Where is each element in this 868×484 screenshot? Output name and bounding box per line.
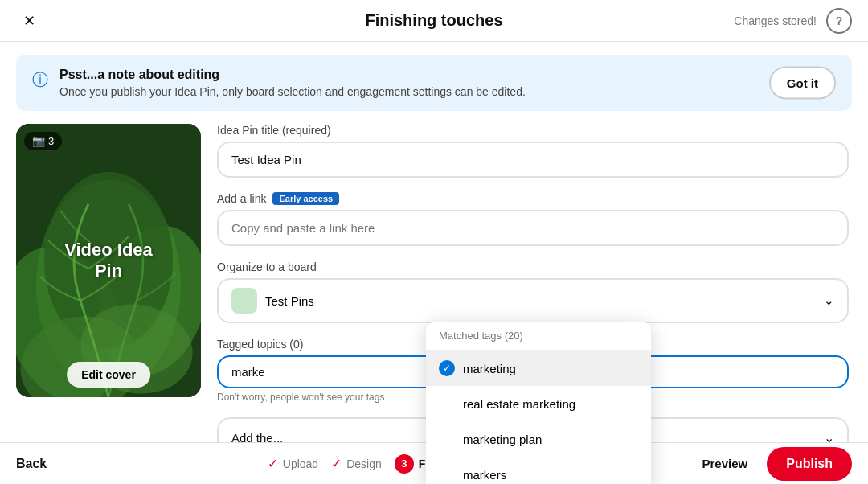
dropdown-item-label-1: real estate marketing	[463, 397, 575, 411]
board-label: Organize to a board	[217, 260, 849, 273]
step-upload: ✓ Upload	[268, 456, 318, 471]
early-access-badge: Early access	[272, 192, 339, 205]
footer-actions: Preview Publish	[690, 447, 853, 481]
upload-label: Upload	[283, 457, 318, 470]
design-label: Design	[346, 457, 382, 470]
link-label: Add a link	[217, 192, 266, 205]
preview-button[interactable]: Preview	[690, 450, 761, 477]
board-thumbnail	[231, 288, 257, 314]
publish-button[interactable]: Publish	[767, 447, 852, 481]
board-section: Organize to a board Test Pins ⌄	[217, 260, 849, 323]
check-icon-0: ✓	[439, 360, 455, 376]
upload-check-icon: ✓	[268, 456, 278, 471]
link-section: Add a link Early access	[217, 192, 849, 246]
banner-title: Psst...a note about editing	[59, 68, 526, 82]
dropdown-header: Matched tags (20)	[426, 322, 651, 351]
dropdown-item-1[interactable]: real estate marketing	[426, 386, 651, 421]
dropdown-item-0[interactable]: ✓ marketing	[426, 351, 651, 386]
image-counter: 📷 3	[24, 132, 62, 150]
step-design: ✓ Design	[331, 456, 382, 471]
dropdown-item-label-2: marketing plan	[463, 433, 542, 446]
link-input[interactable]	[217, 210, 849, 246]
image-container: 📷 3 Video Idea Pin Edit cover	[16, 124, 201, 397]
board-select[interactable]: Test Pins ⌄	[217, 278, 849, 323]
info-text: Psst...a note about editing Once you pub…	[59, 68, 526, 98]
header-left: ✕	[16, 8, 42, 34]
header: ✕ Finishing touches Changes stored! ?	[0, 0, 868, 42]
empty-check-2	[439, 431, 455, 447]
link-row: Add a link Early access	[217, 192, 849, 205]
title-section: Idea Pin title (required)	[217, 124, 849, 178]
step-num: 3	[395, 454, 414, 474]
dropdown-item-label-0: marketing	[463, 362, 516, 375]
help-button[interactable]: ?	[826, 8, 852, 34]
design-check-icon: ✓	[331, 456, 342, 471]
close-button[interactable]: ✕	[16, 8, 42, 34]
dropdown-item-label-3: markers	[463, 468, 506, 482]
got-it-button[interactable]: Got it	[769, 67, 836, 100]
dropdown-item-3[interactable]: markers	[426, 457, 651, 484]
tags-dropdown: Matched tags (20) ✓ marketing real estat…	[426, 322, 651, 484]
dropdown-item-2[interactable]: marketing plan	[426, 421, 651, 457]
chevron-down-icon: ⌄	[824, 293, 834, 308]
title-label: Idea Pin title (required)	[217, 124, 849, 137]
board-name: Test Pins	[265, 294, 314, 308]
header-right: Changes stored! ?	[734, 8, 852, 34]
empty-check-1	[439, 396, 455, 412]
info-icon: ⓘ	[32, 69, 48, 91]
empty-check-3	[439, 466, 455, 482]
title-input[interactable]	[217, 142, 849, 178]
image-overlay-text: Video Idea Pin	[63, 240, 155, 281]
back-button[interactable]: Back	[16, 457, 47, 471]
banner-description: Once you publish your Idea Pin, only boa…	[59, 85, 526, 98]
image-panel: 📷 3 Video Idea Pin Edit cover	[16, 124, 201, 452]
edit-cover-button[interactable]: Edit cover	[67, 362, 150, 388]
changes-stored-label: Changes stored!	[734, 14, 817, 27]
info-banner: ⓘ Psst...a note about editing Once you p…	[16, 55, 852, 111]
board-select-left: Test Pins	[231, 288, 314, 314]
page-title: Finishing touches	[365, 11, 502, 30]
